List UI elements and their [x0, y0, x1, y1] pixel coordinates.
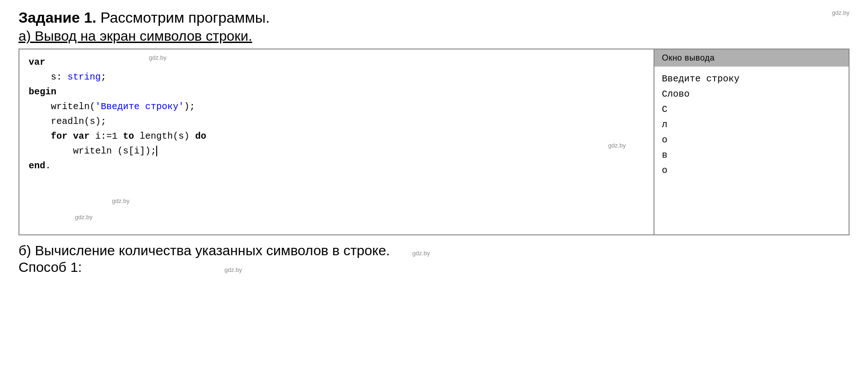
output-line-5: о	[662, 132, 841, 147]
code-line-4: writeln('Введите строку');	[29, 99, 644, 114]
keyword-for: for	[51, 131, 67, 141]
keyword-to: to	[123, 131, 134, 141]
output-line-4: л	[662, 117, 841, 132]
keyword-var: var	[29, 57, 45, 68]
output-line-1: Введите строку	[662, 71, 841, 86]
code-line-5: readln(s);	[29, 114, 644, 129]
code-output-container: gdz.by gdz.by gdz.by gdz.by gdz.by var s…	[18, 49, 850, 235]
watermark-bottom-mid: gdz.by	[225, 266, 242, 273]
watermark-code-mid2: gdz.by	[112, 197, 129, 204]
keyword-do: do	[195, 131, 206, 141]
code-line-2: s: string;	[29, 70, 644, 85]
watermark-code-top: gdz.by	[149, 54, 166, 61]
keyword-end: end	[29, 160, 45, 171]
watermark-code-mid1: gdz.by	[608, 142, 626, 149]
code-line-8: end.	[29, 159, 644, 173]
output-panel: Окно вывода Введите строку Слово С л о в…	[654, 49, 849, 234]
title-section: Задание 1. Рассмотрим программы. а) Выво…	[18, 9, 850, 44]
code-line-7: writeln (s[i]);	[29, 144, 644, 159]
bottom-section: б) Вычисление количества указанных симво…	[18, 243, 850, 275]
code-line-3: begin	[29, 85, 644, 99]
subtitle: а) Вывод на экран символов строки.	[18, 28, 850, 44]
code-line-6: for var i:=1 to length(s) do	[29, 129, 644, 144]
output-line-2: Слово	[662, 86, 841, 102]
output-line-6: в	[662, 147, 841, 163]
output-header: Окно вывода	[654, 49, 849, 67]
watermark-top-right: gdz.by	[832, 9, 850, 16]
string-literal-1: 'Введите строку'	[95, 101, 184, 112]
bottom-line-2: Способ 1: gdz.by	[18, 259, 850, 275]
output-body: Введите строку Слово С л о в о	[654, 67, 849, 183]
code-panel: gdz.by gdz.by gdz.by gdz.by var s: strin…	[19, 49, 654, 234]
keyword-var2: var	[73, 131, 90, 141]
main-title: Задание 1. Рассмотрим программы.	[18, 9, 850, 26]
output-line-3: С	[662, 102, 841, 117]
watermark-code-bottom: gdz.by	[75, 214, 92, 221]
title-bold: Задание 1.	[18, 9, 96, 26]
output-line-7: о	[662, 163, 841, 178]
bottom-line-1: б) Вычисление количества указанных симво…	[18, 243, 850, 258]
code-line-1: var	[29, 55, 644, 70]
type-string: string	[67, 72, 101, 82]
watermark-bottom-right-inline: gdz.by	[412, 250, 430, 257]
page-container: gdz.by Задание 1. Рассмотрим программы. …	[0, 0, 868, 285]
keyword-begin: begin	[29, 86, 56, 97]
title-suffix: Рассмотрим программы.	[96, 9, 269, 26]
